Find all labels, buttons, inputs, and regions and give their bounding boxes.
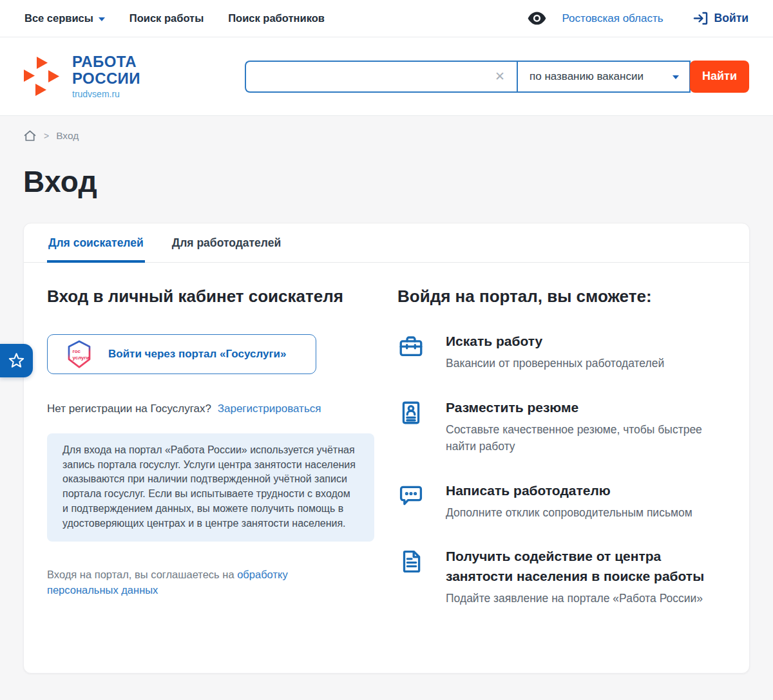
- login-button[interactable]: Войти: [693, 12, 749, 25]
- benefit-description: Дополните отклик сопроводительным письмо…: [446, 504, 692, 521]
- benefit-text: Получить содействие от центра занятости …: [446, 547, 723, 607]
- card-body: Вход в личный кабинет соискателя: [24, 263, 749, 662]
- chevron-down-icon: [673, 75, 679, 79]
- benefit-title: Разместить резюме: [446, 398, 723, 417]
- login-panel: Вход в личный кабинет соискателя: [47, 286, 374, 632]
- benefit-text: Написать работодателю Дополните отклик с…: [446, 481, 692, 522]
- no-account-text: Нет регистрации на Госуслугах?: [47, 402, 211, 415]
- search-filter-value: по названию вакансии: [530, 70, 644, 83]
- chat-icon: [397, 481, 425, 522]
- list-item: Разместить резюме Составьте качественное…: [397, 398, 726, 455]
- svg-text:услуги: услуги: [73, 355, 90, 361]
- login-arrow-icon: [693, 12, 708, 25]
- favorites-badge[interactable]: [0, 344, 33, 377]
- nav-employee-search[interactable]: Поиск работников: [228, 12, 325, 24]
- benefit-title: Искать работу: [446, 332, 664, 351]
- logo-title-line1: РАБОТА: [72, 53, 140, 70]
- login-heading: Вход в личный кабинет соискателя: [47, 286, 374, 307]
- list-item: Искать работу Вакансии от проверенных ра…: [397, 332, 726, 372]
- benefit-title: Написать работодателю: [446, 481, 692, 500]
- register-link[interactable]: Зарегистрироваться: [218, 402, 321, 415]
- clear-search-icon[interactable]: ✕: [492, 70, 508, 82]
- topbar-nav: Все сервисы Поиск работы Поиск работнико…: [24, 12, 325, 24]
- all-services-menu[interactable]: Все сервисы: [24, 12, 105, 24]
- tab-applicants[interactable]: Для соискателей: [47, 223, 145, 263]
- tabs: Для соискателей Для работодателей: [24, 223, 749, 263]
- topbar-right: Ростовская область Войти: [527, 11, 749, 26]
- header: РАБОТА РОССИИ trudvsem.ru ✕ по названию …: [0, 37, 773, 116]
- gosuslugi-login-button[interactable]: гос услуги Войти через портал «Госуслуги…: [47, 334, 316, 374]
- accessibility-eye-icon[interactable]: [527, 11, 547, 26]
- main-content: > Вход Вход Для соискателей Для работода…: [0, 129, 773, 674]
- nav-job-search[interactable]: Поиск работы: [129, 12, 204, 24]
- search-filter-dropdown[interactable]: по названию вакансии: [517, 61, 691, 93]
- logo-title-line2: РОССИИ: [72, 70, 140, 87]
- register-row: Нет регистрации на Госуслугах? Зарегистр…: [47, 402, 374, 415]
- consent-text: Входя на портал, вы соглашаетесь на обра…: [47, 567, 334, 598]
- login-card: Для соискателей Для работодателей Вход в…: [23, 223, 750, 674]
- document-icon: [397, 547, 425, 607]
- breadcrumb-separator: >: [44, 131, 49, 141]
- breadcrumb-current: Вход: [56, 130, 79, 142]
- logo-subtitle: trudvsem.ru: [72, 89, 140, 99]
- benefit-title: Получить содействие от центра занятости …: [446, 547, 723, 586]
- list-item: Написать работодателю Дополните отклик с…: [397, 481, 726, 522]
- region-selector[interactable]: Ростовская область: [562, 12, 663, 25]
- search-bar: ✕ по названию вакансии Найти: [245, 61, 749, 93]
- benefits-heading: Войдя на портал, вы сможете:: [397, 286, 726, 307]
- search-submit-button[interactable]: Найти: [690, 61, 749, 93]
- logo-text: РАБОТА РОССИИ trudvsem.ru: [72, 53, 140, 99]
- logo-triangles-icon: [24, 57, 61, 97]
- benefit-text: Искать работу Вакансии от проверенных ра…: [446, 332, 664, 372]
- search-input[interactable]: [255, 70, 492, 83]
- search-input-wrap: ✕: [245, 61, 517, 93]
- benefits-panel: Войдя на портал, вы сможете: Искать рабо…: [397, 286, 726, 632]
- chevron-down-icon: [99, 17, 105, 21]
- resume-icon: [397, 398, 425, 455]
- star-icon: [8, 352, 25, 370]
- info-box: Для входа на портал «Работа России» испо…: [47, 433, 374, 542]
- benefit-text: Разместить резюме Составьте качественное…: [446, 398, 726, 455]
- gosuslugi-logo-icon: гос услуги: [64, 339, 94, 369]
- breadcrumb: > Вход: [23, 129, 750, 142]
- page-title: Вход: [23, 164, 750, 199]
- gosuslugi-button-label: Войти через портал «Госуслуги»: [108, 348, 286, 361]
- topbar: Все сервисы Поиск работы Поиск работнико…: [0, 0, 773, 37]
- benefit-description: Вакансии от проверенных работодателей: [446, 355, 664, 372]
- list-item: Получить содействие от центра занятости …: [397, 547, 726, 607]
- tab-employers[interactable]: Для работодателей: [171, 223, 282, 263]
- benefit-description: Подайте заявление на портале «Работа Рос…: [446, 590, 723, 607]
- home-icon[interactable]: [23, 129, 37, 142]
- rabota-rossii-logo[interactable]: РАБОТА РОССИИ trudvsem.ru: [24, 53, 140, 99]
- all-services-label: Все сервисы: [24, 12, 93, 24]
- benefit-description: Составьте качественное резюме, чтобы быс…: [446, 421, 726, 455]
- svg-text:гос: гос: [73, 348, 81, 354]
- briefcase-icon: [397, 332, 425, 372]
